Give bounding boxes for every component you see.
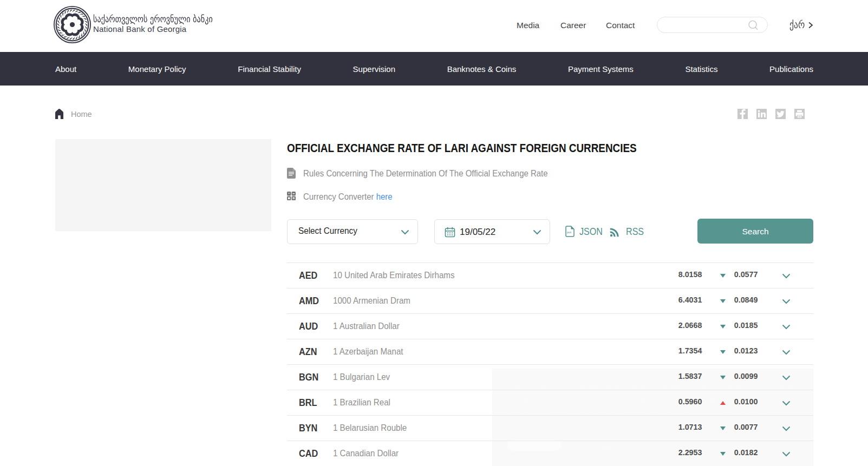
svg-text:json: json — [566, 231, 572, 234]
